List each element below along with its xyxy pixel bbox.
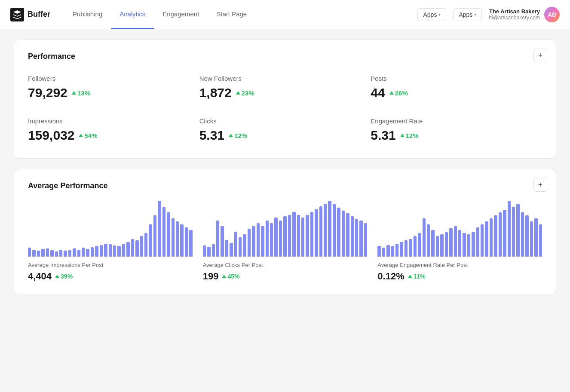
avatar[interactable]: AB xyxy=(544,7,560,22)
metrics-grid: Followers 79,292 13% New Followers 1,872 xyxy=(28,71,542,146)
metric-posts: Posts 44 26% xyxy=(371,71,542,104)
bar xyxy=(516,204,519,257)
impressions-arrow-icon xyxy=(79,134,83,137)
buffer-logo-icon xyxy=(10,8,24,21)
metric-clicks-value: 5.31 xyxy=(199,128,224,143)
metric-impressions-value-row: 159,032 54% xyxy=(28,128,199,143)
bar xyxy=(521,212,524,257)
apps-button-1[interactable]: Apps ▾ xyxy=(417,8,446,21)
bar xyxy=(472,232,475,257)
performance-plus-button[interactable]: + xyxy=(533,49,547,62)
clicks-change-pct: 12% xyxy=(234,132,247,139)
chart-clicks-label: Average Clicks Per Post xyxy=(203,262,368,268)
bar xyxy=(508,201,511,257)
bar xyxy=(342,211,345,257)
main-content: Performance + Followers 79,292 13% New F… xyxy=(0,29,570,305)
avg-clicks-arrow-icon xyxy=(222,275,226,278)
chart-impressions-change: 39% xyxy=(55,273,73,280)
metric-engagement-rate-value-row: 5.31 12% xyxy=(371,128,542,143)
bar xyxy=(32,250,35,257)
bar xyxy=(391,246,394,257)
navbar: Buffer Publishing Analytics Engagement S… xyxy=(0,0,570,29)
bar xyxy=(239,237,242,257)
bar xyxy=(230,243,233,257)
bar xyxy=(274,217,277,257)
engagement-rate-change-pct: 12% xyxy=(406,132,419,139)
bar xyxy=(279,220,282,257)
bar xyxy=(355,219,358,257)
performance-card: Performance + Followers 79,292 13% New F… xyxy=(14,40,556,159)
avg-performance-plus-button[interactable]: + xyxy=(533,178,547,192)
nav-right: Apps ▾ Apps ▾ The Artisan Bakery hi@arti… xyxy=(417,7,560,22)
chart-engagement-change: 11% xyxy=(408,273,426,280)
performance-title: Performance xyxy=(28,52,542,61)
user-info: The Artisan Bakery hi@artisanbakery.com … xyxy=(489,7,560,22)
bar xyxy=(113,245,116,257)
metric-new-followers: New Followers 1,872 23% xyxy=(199,71,371,104)
bar xyxy=(364,223,367,257)
bar xyxy=(180,224,183,257)
nav-analytics[interactable]: Analytics xyxy=(111,0,154,29)
chart-avg-engagement: Average Engagement Rate Per Post 0.12% 1… xyxy=(377,201,542,282)
bar xyxy=(153,215,156,257)
bar xyxy=(135,240,138,257)
bar xyxy=(270,223,273,257)
bar xyxy=(324,204,327,257)
metric-new-followers-value: 1,872 xyxy=(199,86,232,100)
metric-posts-change: 26% xyxy=(389,89,408,97)
chart-impressions-value-row: 4,404 39% xyxy=(28,271,193,282)
apps-button-2[interactable]: Apps ▾ xyxy=(453,8,482,21)
logo[interactable]: Buffer xyxy=(10,8,50,21)
bar xyxy=(440,234,443,257)
bar xyxy=(463,233,466,257)
bar xyxy=(445,232,448,257)
nav-engagement[interactable]: Engagement xyxy=(154,0,208,29)
apps-chevron-1: ▾ xyxy=(438,12,441,17)
bar xyxy=(503,210,506,257)
nav-start-page[interactable]: Start Page xyxy=(208,0,255,29)
chart-engagement-value-row: 0.12% 11% xyxy=(377,271,542,282)
bar xyxy=(37,251,40,257)
bar xyxy=(530,221,533,257)
bar xyxy=(427,224,430,257)
bar xyxy=(328,201,331,257)
bar xyxy=(91,247,94,257)
bar xyxy=(288,215,291,257)
brand-name: Buffer xyxy=(28,10,50,19)
posts-change-pct: 26% xyxy=(395,89,408,97)
bar xyxy=(95,246,98,257)
bar xyxy=(46,248,49,257)
bar xyxy=(189,230,192,257)
bar xyxy=(382,248,385,257)
bar xyxy=(395,244,398,257)
bar xyxy=(185,227,188,257)
posts-arrow-icon xyxy=(389,91,394,95)
metric-engagement-rate-value: 5.31 xyxy=(371,128,395,143)
bar xyxy=(319,206,322,257)
avg-engagement-arrow-icon xyxy=(408,275,412,278)
bar xyxy=(261,226,264,257)
bar xyxy=(494,215,497,257)
bar xyxy=(64,251,67,257)
avg-clicks-change-pct: 45% xyxy=(227,273,239,280)
avg-charts-grid: Average Impressions Per Post 4,404 39% A… xyxy=(28,201,542,282)
avg-performance-card: Average Performance + Average Impression… xyxy=(14,169,556,294)
avg-performance-title: Average Performance xyxy=(28,181,542,190)
bar xyxy=(534,218,537,257)
chart-engagement-label: Average Engagement Rate Per Post xyxy=(377,262,542,268)
bar xyxy=(216,220,219,257)
bar xyxy=(310,212,313,257)
chart-avg-clicks: Average Clicks Per Post 199 45% xyxy=(203,201,368,282)
bar xyxy=(301,217,304,257)
bar xyxy=(68,250,71,257)
user-email: hi@artisanbakery.com xyxy=(489,15,540,21)
bar xyxy=(140,236,143,257)
bar xyxy=(248,229,251,257)
metric-followers-change: 13% xyxy=(72,89,90,97)
clicks-arrow-icon xyxy=(229,134,233,137)
bar xyxy=(306,215,309,257)
bar xyxy=(467,234,470,257)
bar xyxy=(41,249,44,257)
nav-publishing[interactable]: Publishing xyxy=(64,0,111,29)
bar xyxy=(386,245,389,257)
